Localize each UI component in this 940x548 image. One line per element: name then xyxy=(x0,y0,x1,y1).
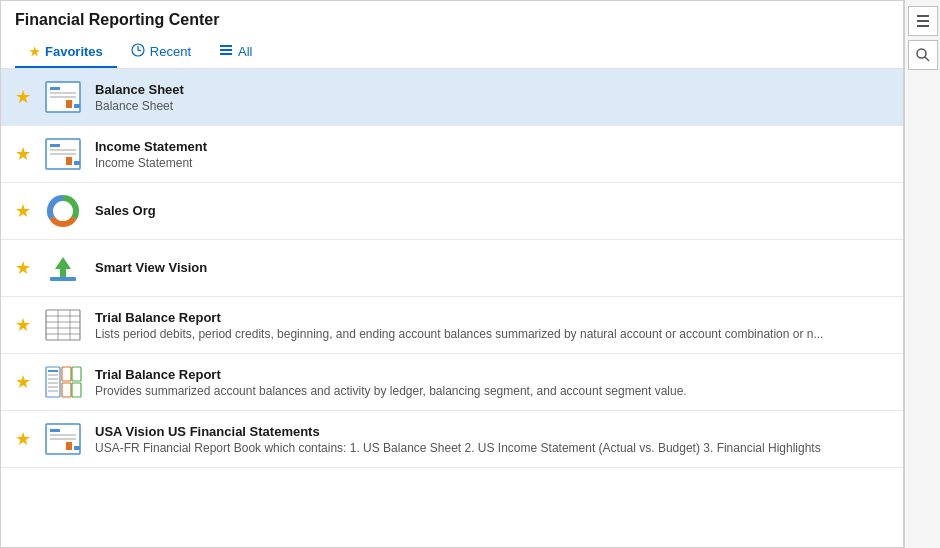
svg-rect-5 xyxy=(220,53,232,55)
list-item[interactable]: ★ Balance Sheet Balance Sheet xyxy=(1,69,903,126)
doc-button[interactable] xyxy=(908,6,938,36)
svg-rect-30 xyxy=(62,367,71,381)
tabs-bar: ★ Favorites Recent xyxy=(15,37,889,68)
svg-rect-15 xyxy=(50,153,76,155)
svg-rect-35 xyxy=(48,374,58,376)
list-item[interactable]: ★ Trial Balance Report P xyxy=(1,354,903,411)
tab-all[interactable]: All xyxy=(205,37,266,68)
item-icon-smart-view xyxy=(43,250,83,286)
star-button[interactable]: ★ xyxy=(15,200,31,222)
list-item[interactable]: ★ Sales Org xyxy=(1,183,903,240)
item-content: Balance Sheet Balance Sheet xyxy=(95,82,889,113)
svg-rect-13 xyxy=(50,144,60,147)
list-item[interactable]: ★ Smart View Vision xyxy=(1,240,903,297)
svg-rect-32 xyxy=(62,383,71,397)
all-icon xyxy=(219,43,233,60)
item-content: Smart View Vision xyxy=(95,260,889,277)
svg-rect-41 xyxy=(50,429,60,432)
star-button[interactable]: ★ xyxy=(15,314,31,336)
svg-rect-17 xyxy=(74,161,80,165)
tab-favorites-label: Favorites xyxy=(45,44,103,59)
svg-rect-4 xyxy=(220,49,232,51)
tab-recent-label: Recent xyxy=(150,44,191,59)
item-subtitle: Balance Sheet xyxy=(95,99,875,113)
item-icon-sales-org xyxy=(43,193,83,229)
list-item[interactable]: ★ USA Vision US Financial Statements USA… xyxy=(1,411,903,468)
svg-rect-37 xyxy=(48,382,58,384)
svg-rect-31 xyxy=(72,367,81,381)
svg-rect-10 xyxy=(66,100,72,108)
svg-rect-16 xyxy=(66,157,72,165)
svg-rect-39 xyxy=(48,390,58,392)
svg-point-19 xyxy=(57,205,69,217)
list-container: ★ Balance Sheet Balance Sheet ★ xyxy=(1,69,903,547)
page-title: Financial Reporting Center xyxy=(15,11,889,29)
item-subtitle: Lists period debits, period credits, beg… xyxy=(95,327,875,341)
page-header: Financial Reporting Center ★ Favorites R… xyxy=(1,1,903,69)
svg-rect-45 xyxy=(74,446,80,450)
item-icon-usa-vision xyxy=(43,421,83,457)
svg-rect-11 xyxy=(74,104,80,108)
tab-recent[interactable]: Recent xyxy=(117,37,205,68)
svg-line-50 xyxy=(925,57,929,61)
svg-rect-46 xyxy=(917,15,929,17)
svg-rect-43 xyxy=(50,438,76,440)
item-subtitle: Provides summarized account balances and… xyxy=(95,384,875,398)
svg-rect-22 xyxy=(46,310,80,340)
svg-rect-7 xyxy=(50,87,60,90)
item-title: Balance Sheet xyxy=(95,82,889,97)
item-subtitle: Income Statement xyxy=(95,156,875,170)
svg-rect-9 xyxy=(50,96,76,98)
svg-rect-3 xyxy=(220,45,232,47)
item-content: Trial Balance Report Provides summarized… xyxy=(95,367,889,398)
item-subtitle: USA-FR Financial Report Book which conta… xyxy=(95,441,875,455)
item-content: Sales Org xyxy=(95,203,889,220)
svg-rect-33 xyxy=(72,383,81,397)
recent-icon xyxy=(131,43,145,60)
item-icon-trial-balance-2 xyxy=(43,364,83,400)
svg-rect-34 xyxy=(48,370,58,372)
item-icon-income-statement xyxy=(43,136,83,172)
svg-rect-38 xyxy=(48,386,58,388)
tab-all-label: All xyxy=(238,44,252,59)
svg-rect-8 xyxy=(50,92,76,94)
tab-favorites[interactable]: ★ Favorites xyxy=(15,37,117,68)
star-icon: ★ xyxy=(29,45,40,59)
main-panel: Financial Reporting Center ★ Favorites R… xyxy=(0,0,904,548)
svg-rect-42 xyxy=(50,434,76,436)
star-button[interactable]: ★ xyxy=(15,428,31,450)
item-content: Trial Balance Report Lists period debits… xyxy=(95,310,889,341)
search-button[interactable] xyxy=(908,40,938,70)
svg-rect-36 xyxy=(48,378,58,380)
svg-point-49 xyxy=(917,49,926,58)
item-title: Income Statement xyxy=(95,139,889,154)
list-item[interactable]: ★ Income Statement Income Statement xyxy=(1,126,903,183)
item-title: Trial Balance Report xyxy=(95,310,889,325)
svg-rect-14 xyxy=(50,149,76,151)
item-content: USA Vision US Financial Statements USA-F… xyxy=(95,424,889,455)
star-button[interactable]: ★ xyxy=(15,371,31,393)
svg-marker-21 xyxy=(55,257,71,277)
item-icon-balance-sheet xyxy=(43,79,83,115)
item-title: Smart View Vision xyxy=(95,260,889,275)
item-title: Trial Balance Report xyxy=(95,367,889,382)
item-content: Income Statement Income Statement xyxy=(95,139,889,170)
item-title: Sales Org xyxy=(95,203,889,218)
item-title: USA Vision US Financial Statements xyxy=(95,424,889,439)
star-button[interactable]: ★ xyxy=(15,143,31,165)
list-item[interactable]: ★ Trial Balance Report Lists period debi… xyxy=(1,297,903,354)
item-icon-trial-balance-1 xyxy=(43,307,83,343)
svg-rect-44 xyxy=(66,442,72,450)
svg-rect-20 xyxy=(50,277,76,281)
svg-rect-48 xyxy=(917,25,929,27)
side-toolbar xyxy=(904,0,940,548)
svg-rect-47 xyxy=(917,20,929,22)
star-button[interactable]: ★ xyxy=(15,86,31,108)
star-button[interactable]: ★ xyxy=(15,257,31,279)
